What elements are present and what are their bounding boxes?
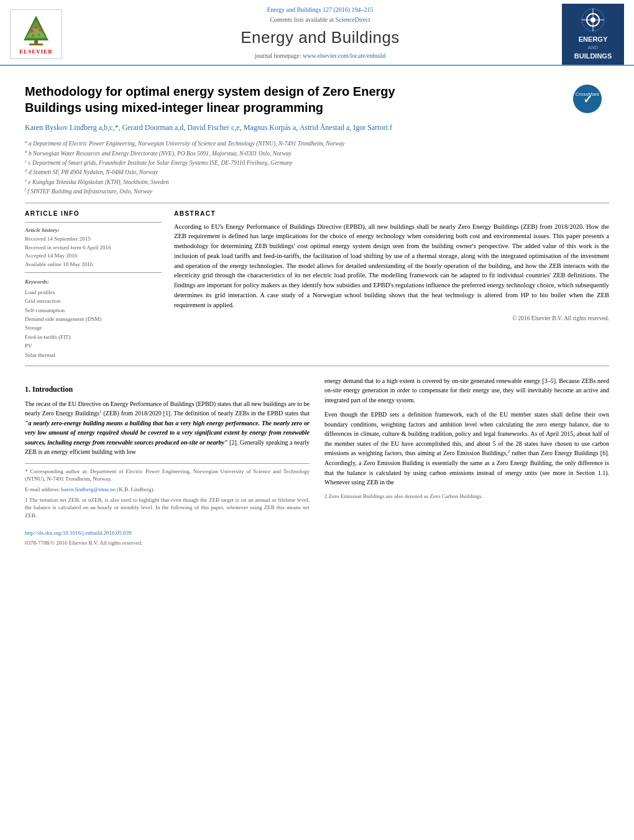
homepage-link[interactable]: www.elsevier.com/locate/enbuild bbox=[303, 52, 385, 59]
title-row: Methodology for optimal energy system de… bbox=[25, 72, 609, 122]
kw-6: Feed-in-tariffs (FIT) bbox=[25, 333, 162, 341]
footnotes: * Corresponding author at: Department of… bbox=[25, 463, 310, 520]
journal-logo-and: AND bbox=[588, 44, 599, 51]
footnote-2: 2 Zero Emission Buildings are also denot… bbox=[324, 492, 609, 501]
divider-1 bbox=[25, 203, 609, 203]
affil-f: f f SINTEF Building and Infrastructure, … bbox=[25, 187, 609, 196]
body-two-col: 1. Introduction The recast of the EU Dir… bbox=[25, 376, 609, 548]
main-content: Methodology for optimal energy system de… bbox=[0, 66, 634, 554]
journal-logo-buildings: BUILDINGS bbox=[574, 52, 612, 61]
divider-2 bbox=[25, 366, 609, 366]
kw-7: PV bbox=[25, 341, 162, 350]
abstract-column: ABSTRACT According to EU's Energy Perfor… bbox=[174, 210, 609, 359]
journal-title: Energy and Buildings bbox=[78, 26, 562, 48]
journal-logo-energy: ENERGY bbox=[579, 35, 607, 44]
crossmark-badge: CrossMark ✓ bbox=[572, 83, 603, 118]
kw-1: Load profiles bbox=[25, 288, 162, 297]
doi-link[interactable]: http://dx.doi.org/10.1016/j.enbuild.2016… bbox=[25, 530, 132, 536]
journal-logo-icon bbox=[581, 7, 605, 32]
body-col-right: energy demand that to a high extent is c… bbox=[324, 376, 609, 548]
intro-para2: energy demand that to a high extent is c… bbox=[324, 376, 609, 405]
affil-a: a a Department of Electric Power Enginee… bbox=[25, 139, 609, 148]
svg-text:✓: ✓ bbox=[583, 93, 592, 106]
svg-point-6 bbox=[39, 29, 42, 32]
footnote2-section: 2 Zero Emission Buildings are also denot… bbox=[324, 492, 609, 501]
intro-para3: Even though the EPBD sets a definition f… bbox=[324, 410, 609, 487]
footnote-corresponding: * Corresponding author at: Department of… bbox=[25, 468, 310, 483]
abstract-text: According to EU's Energy Performance of … bbox=[174, 222, 609, 310]
svg-point-7 bbox=[35, 26, 38, 29]
history-label: Article history: bbox=[25, 226, 162, 234]
affil-d: d d Statnett SF, PB 4904 Nydalen, N-0484… bbox=[25, 167, 609, 177]
svg-rect-1 bbox=[29, 44, 43, 45]
keywords-label: Keywords: bbox=[25, 278, 162, 286]
abstract-heading: ABSTRACT bbox=[174, 210, 609, 218]
svg-point-5 bbox=[30, 30, 34, 33]
elsevier-brand-text: ELSEVIER bbox=[19, 48, 53, 56]
kw-4: Demand side management (DSM) bbox=[25, 315, 162, 323]
authors: Karen Byskov Lindberg a,b,c,*, Gerard Do… bbox=[25, 122, 609, 134]
accepted-date: Accepted 14 May 2016 bbox=[25, 252, 162, 261]
body-content: 1. Introduction The recast of the EU Dir… bbox=[25, 376, 609, 548]
body-col-left: 1. Introduction The recast of the EU Dir… bbox=[25, 376, 310, 548]
page: ELSEVIER Energy and Buildings 127 (2016)… bbox=[0, 0, 634, 554]
svg-point-8 bbox=[32, 34, 34, 37]
svg-point-9 bbox=[38, 34, 40, 36]
article-history: Article history: Received 14 September 2… bbox=[25, 222, 162, 274]
doi-copyright: 0378-7788/© 2016 Elsevier B.V. All right… bbox=[25, 539, 310, 548]
keywords-block: Keywords: Load profiles Grid interaction… bbox=[25, 278, 162, 359]
received-date: Received 14 September 2015 bbox=[25, 235, 162, 244]
affil-e: e e Kungliga Tekniska Högskolan (KTH), S… bbox=[25, 177, 609, 187]
email-link[interactable]: karen.lindberg@ntnu.no bbox=[61, 486, 116, 492]
info-abstract-section: ARTICLE INFO Article history: Received 1… bbox=[25, 210, 609, 359]
article-info-column: ARTICLE INFO Article history: Received 1… bbox=[25, 210, 162, 359]
intro-para1: The recast of the EU Directive on Energy… bbox=[25, 399, 310, 457]
authors-link[interactable]: Karen Byskov Lindberg a,b,c,*, Gerard Do… bbox=[25, 123, 392, 132]
kw-3: Self-consumption bbox=[25, 306, 162, 315]
elsevier-logo: ELSEVIER bbox=[10, 9, 78, 59]
journal-logo-right: ENERGY AND BUILDINGS bbox=[562, 4, 624, 65]
journal-homepage: journal homepage: www.elsevier.com/locat… bbox=[78, 52, 562, 60]
affil-b: b b Norwegian Water Resources and Energy… bbox=[25, 149, 609, 158]
journal-ref: Energy and Buildings 127 (2016) 194–215 bbox=[78, 6, 562, 14]
kw-5: Storage bbox=[25, 323, 162, 332]
intro-section-title: 1. Introduction bbox=[25, 384, 310, 395]
sciencedirect-link[interactable]: ScienceDirect bbox=[335, 16, 370, 23]
affiliations: a a Department of Electric Power Enginee… bbox=[25, 139, 609, 196]
journal-banner: ELSEVIER Energy and Buildings 127 (2016)… bbox=[0, 0, 634, 66]
footnote-1: 1 The notation net ZEB, or nZEB, is also… bbox=[25, 496, 310, 520]
kw-2: Grid interaction bbox=[25, 297, 162, 305]
footnote-email: E-mail address: karen.lindberg@ntnu.no (… bbox=[25, 486, 310, 494]
available-date: Available online 18 May 2016 bbox=[25, 261, 162, 269]
abstract-copyright: © 2016 Elsevier B.V. All rights reserved… bbox=[174, 315, 609, 323]
article-title: Methodology for optimal energy system de… bbox=[25, 83, 448, 116]
elsevier-tree-icon bbox=[14, 12, 58, 47]
journal-header-center: Energy and Buildings 127 (2016) 194–215 … bbox=[78, 6, 562, 62]
affil-c: c c Department of Smart grids, Fraunhofe… bbox=[25, 158, 609, 167]
kw-8: Solar thermal bbox=[25, 351, 162, 359]
article-info-heading: ARTICLE INFO bbox=[25, 210, 162, 218]
contents-label: Contents lists available at ScienceDirec… bbox=[78, 16, 562, 24]
doi-section: http://dx.doi.org/10.1016/j.enbuild.2016… bbox=[25, 525, 310, 538]
revised-date: Received in revised form 6 April 2016 bbox=[25, 244, 162, 252]
